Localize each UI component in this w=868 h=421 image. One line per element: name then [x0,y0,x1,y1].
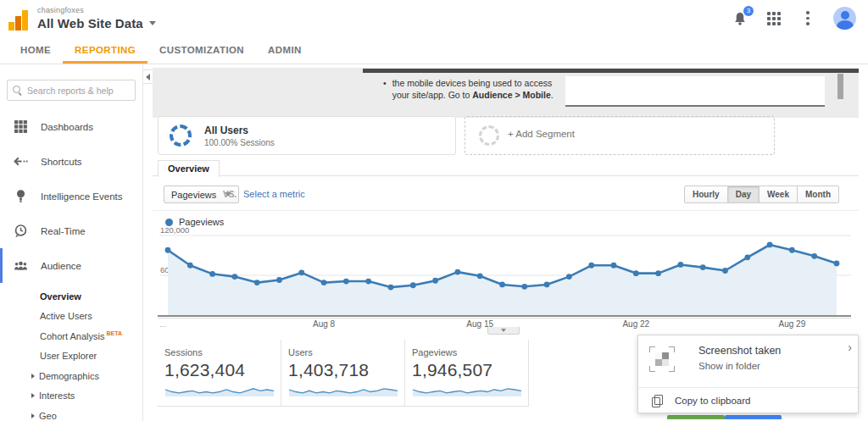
pageviews-area-chart: 60,000120,000Aug 8Aug 15Aug 22Aug 29... [158,224,854,331]
svg-text:Aug 22: Aug 22 [622,319,649,329]
sidebar: Search reports & help DashboardsShortcut… [0,64,143,421]
nav-tab-customization[interactable]: CUSTOMIZATION [147,40,256,64]
banner-dark-bar [363,69,859,73]
nav-tab-reporting[interactable]: REPORTING [63,40,147,64]
beta-badge: BETA [106,330,122,336]
sidebar-item-shortcuts[interactable]: Shortcuts [0,144,142,179]
sidebar-item-label: Intelligence Events [41,191,123,202]
banner-input-box[interactable] [565,76,825,107]
svg-text:120,000: 120,000 [160,225,189,235]
scrollbar-thumb[interactable] [837,74,843,99]
primary-nav: HOMEREPORTINGCUSTOMIZATIONADMIN [8,40,314,64]
header-icons: 3 [732,7,856,30]
notification-badge: 3 [743,6,754,16]
audience-icon [14,258,28,273]
sidebar-subitem-cohort-analysis[interactable]: Cohort AnalysisBETA [0,326,142,346]
cutoff-blue-bar [725,415,782,419]
bullet-dot: • [383,77,387,102]
granularity-hourly[interactable]: Hourly [684,186,728,203]
sidebar-subitem-demographics[interactable]: Demographics [0,366,142,386]
granularity-day[interactable]: Day [728,186,760,203]
property-selector[interactable]: All Web Site Data [37,16,156,30]
logo-bar [15,16,21,30]
toast-expand-chevron-icon[interactable]: › [848,341,852,353]
summary-card-users[interactable]: Users1,403,718 [281,340,405,406]
segment-ring-icon [170,125,192,147]
sidebar-item-real-time[interactable]: Real-Time [0,213,142,248]
summary-card-value: 1,946,507 [412,360,521,380]
account-name: chasingfoxes [37,6,156,14]
sidebar-subitem-interests[interactable]: Interests [0,386,142,407]
report-tabbar: Overview [158,160,220,177]
sidebar-subitem-label: Interests [39,391,75,401]
screenshot-thumbnail-icon [649,346,675,372]
expand-caret-icon [31,413,35,418]
sidebar-item-intelligence-events[interactable]: Intelligence Events [0,179,142,213]
toolbar-separator [153,210,859,211]
collapse-arrow-icon [146,74,150,80]
nav-tab-admin[interactable]: ADMIN [256,40,314,64]
copy-to-clipboard-button[interactable]: Copy to clipboard [638,388,858,413]
pageviews-chart[interactable]: 60,000120,000Aug 8Aug 15Aug 22Aug 29... [158,224,854,331]
banner-bullet-text: • the mobile devices being used to acces… [383,77,557,102]
metric-dropdown-label: Pageviews [171,190,216,200]
sidebar-item-label: Shortcuts [41,157,82,167]
segment-sessions: 100.00% Sessions [204,138,275,147]
sparkline [412,384,522,397]
select-metric-link[interactable]: Select a metric [243,189,305,199]
expand-caret-icon [31,374,35,379]
sidebar-items: DashboardsShortcutsIntelligence EventsRe… [0,109,142,283]
logo-bar [8,22,14,30]
apps-grid-glyph [767,12,781,25]
sidebar-subitem-geo[interactable]: Geo [0,406,142,421]
analytics-logo-icon[interactable] [8,8,31,30]
sidebar-subitem-label: Demographics [39,371,99,381]
show-in-folder-link[interactable]: Show in folder [698,361,760,371]
avatar-head [841,11,849,19]
sidebar-subitem-active-users[interactable]: Active Users [0,307,142,327]
chevron-down-icon [501,329,506,332]
kebab-glyph [806,11,810,25]
sidebar-subitem-overview[interactable]: Overview [0,286,142,307]
vs-label: VS. [223,190,236,199]
summary-card-sessions[interactable]: Sessions1,623,404 [158,340,281,406]
screenshot-toast: Screenshot taken Show in folder › Copy t… [637,335,859,413]
apps-grid-icon[interactable] [765,10,782,27]
kebab-menu-icon[interactable] [799,10,816,27]
sidebar-subitem-label: Active Users [40,311,92,321]
sidebar-item-dashboards[interactable]: Dashboards [0,109,142,144]
summary-card-pageviews[interactable]: Pageviews1,946,507 [405,340,529,406]
sidebar-item-label: Dashboards [41,122,93,132]
search-icon [13,86,22,95]
svg-text:Aug 8: Aug 8 [313,319,336,329]
avatar[interactable] [833,7,856,30]
property-name: All Web Site Data [37,16,143,30]
nav-tab-home[interactable]: HOME [8,40,63,64]
realtime-icon [14,224,28,238]
add-segment-button[interactable]: + Add Segment [465,116,775,155]
shortcuts-icon [14,154,28,169]
sidebar-subitem-label: User Explorer [40,351,97,361]
avatar-body [837,20,854,30]
notifications-bell-icon[interactable]: 3 [732,10,748,27]
audience-subitems: OverviewActive UsersCohort AnalysisBETAU… [0,286,142,421]
tab-overview[interactable]: Overview [158,160,220,177]
search-input[interactable]: Search reports & help [7,80,136,101]
sidebar-subitem-user-explorer[interactable]: User Explorer [0,346,142,367]
granularity-week[interactable]: Week [760,186,798,203]
sidebar-item-label: Audience [41,261,81,271]
dashboards-icon [14,119,28,134]
granularity-month[interactable]: Month [798,186,839,203]
bullet-body: the mobile devices being used to access … [392,77,557,102]
add-segment-label: + Add Segment [508,129,575,139]
summary-card-label: Pageviews [412,347,521,357]
sidebar-item-audience[interactable]: Audience [0,248,142,283]
summary-card-label: Sessions [164,347,274,357]
sidebar-subitem-label: Cohort Analysis [40,331,104,341]
expand-caret-icon [31,393,35,398]
segment-all-users[interactable]: All Users 100.00% Sessions [158,116,456,155]
chart-collapse-button[interactable] [487,327,520,335]
search-placeholder: Search reports & help [27,86,114,96]
sidebar-subitem-label: Overview [40,291,81,302]
intro-banner: • the mobile devices being used to acces… [153,68,859,118]
